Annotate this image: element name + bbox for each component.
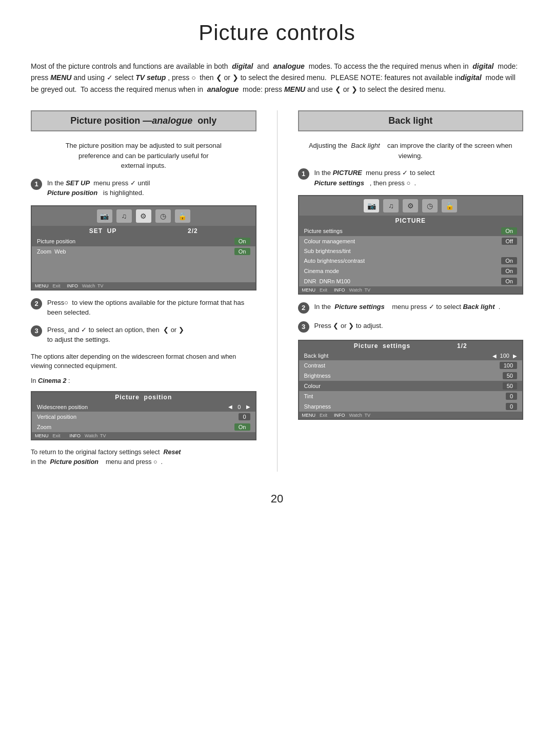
left-step-3: 3 Press‸ and ✓ to select an option, then… xyxy=(31,325,256,345)
row-label: Widescreen position xyxy=(37,404,88,410)
tv-icon-picture: 📷 xyxy=(97,209,112,223)
page-title: Picture controls xyxy=(31,21,523,45)
tv-icon-music-r: ♫ xyxy=(383,199,399,212)
right-screen1-row-2: Colour management Off xyxy=(299,236,523,246)
left-screen2-footer: MENU Exit INFO Watch TV xyxy=(32,432,255,439)
step-number-3-r: 3 xyxy=(298,321,309,333)
right-screen2-row-6: Sharpness 0 xyxy=(299,401,523,412)
right-arrow-r: ▶ xyxy=(513,353,517,359)
tv-icon-lock: 🔒 xyxy=(175,209,190,223)
tv-icon-setup-r: ⚙ xyxy=(403,199,418,212)
left-screen2-row-2: Vertical position 0 xyxy=(32,412,255,422)
row-label: Cinema mode xyxy=(304,268,339,274)
row-value: 50 xyxy=(503,382,517,390)
right-screen2-row-5: Tint 0 xyxy=(299,391,523,401)
row-label: Picture position xyxy=(37,238,75,244)
right-screen2-footer: MENU Exit INFO Watch TV xyxy=(299,412,523,419)
right-arrow: ▶ xyxy=(246,404,250,410)
right-section-header: Back light xyxy=(298,110,524,131)
right-screen1-row-1: Picture settings On xyxy=(299,226,523,236)
reset-note: To return to the original factory settin… xyxy=(31,448,256,467)
row-slider: ◀ 0 ▶ xyxy=(228,404,250,410)
row-label: DNR DNRn M100 xyxy=(304,278,350,284)
row-value: On xyxy=(501,227,517,235)
right-screen1-row-4: Auto brightness/contrast On xyxy=(299,256,523,266)
two-column-layout: Picture position —analogue only The pict… xyxy=(31,110,523,472)
row-label: Auto brightness/contrast xyxy=(304,258,365,264)
right-screen2-row-2: Contrast 100 xyxy=(299,360,523,371)
right-screen-2: Picture settings 1/2 Back light ◀ 100 ▶ … xyxy=(298,340,524,420)
row-label: Zoom xyxy=(37,424,51,430)
left-screen1-footer: MENU Exit INFO Watch TV xyxy=(32,282,255,289)
step-number-1-r: 1 xyxy=(298,168,309,180)
right-step-1: 1 In the PICTURE menu press ✓ to select … xyxy=(298,168,524,188)
tv-icon-clock: ◷ xyxy=(155,209,171,223)
step-number-3: 3 xyxy=(31,325,42,337)
row-value: On xyxy=(501,278,517,285)
right-screen1-title: PICTURE xyxy=(299,216,523,226)
row-label: Colour xyxy=(304,383,321,389)
row-value: 50 xyxy=(503,372,517,379)
intro-paragraph: Most of the picture controls and functio… xyxy=(31,61,523,95)
right-screen2-row-4: Colour 50 xyxy=(299,381,523,391)
right-screen2-title: Picture settings 1/2 xyxy=(299,341,523,351)
options-note: The options alter depending on the wides… xyxy=(31,352,256,372)
row-value: 0 xyxy=(506,393,517,400)
right-screen1-footer: MENU Exit INFO Watch TV xyxy=(299,286,523,294)
right-screen1-row-3: Sub brightness/tint xyxy=(299,246,523,256)
right-step-3-text: Press ❮ or ❯ to adjust. xyxy=(314,321,383,331)
right-screen2-row-3: Brightness 50 xyxy=(299,371,523,381)
left-column: Picture position —analogue only The pict… xyxy=(31,110,256,472)
row-label: Brightness xyxy=(304,373,331,379)
row-value: On xyxy=(234,238,250,245)
left-screen-2: Picture position Widescreen position ◀ 0… xyxy=(31,391,256,440)
step-number-1: 1 xyxy=(31,179,42,190)
right-screen-1: 📷 ♫ ⚙ ◷ 🔒 PICTURE Picture settings On Co… xyxy=(298,195,524,295)
right-step-3: 3 Press ❮ or ❯ to adjust. xyxy=(298,321,524,333)
tv-icon-setup: ⚙ xyxy=(136,209,151,223)
left-section-desc: The picture position may be adjusted to … xyxy=(31,141,256,171)
right-section-desc: Adjusting the Back light can improve the… xyxy=(298,141,524,161)
row-value: On xyxy=(501,267,517,275)
tv-icon-music: ♫ xyxy=(116,209,132,223)
tv-icon-picture-r: 📷 xyxy=(364,199,379,212)
right-screen1-row-6: DNR DNRn M100 On xyxy=(299,276,523,286)
row-label: Colour management xyxy=(304,238,355,244)
tv-icons-row-r: 📷 ♫ ⚙ ◷ 🔒 xyxy=(299,196,523,216)
left-screen1-title: SET UP 2/2 xyxy=(32,226,255,236)
row-value: Off xyxy=(502,238,517,245)
cinema2-label: In Cinema 2 : xyxy=(31,376,256,386)
right-screen1-row-5: Cinema mode On xyxy=(299,266,523,276)
left-step-1: 1 In the SET UP menu press ✓ until Pictu… xyxy=(31,178,256,198)
left-screen2-title: Picture position xyxy=(32,392,255,402)
left-screen1-row-2: Zoom Web On xyxy=(32,246,255,257)
step-number-2: 2 xyxy=(31,298,42,309)
left-section-header: Picture position —analogue only xyxy=(31,110,256,131)
row-slider: ◀ 100 ▶ xyxy=(492,353,517,359)
tv-icon-clock-r: ◷ xyxy=(422,199,438,212)
left-arrow: ◀ xyxy=(228,404,232,410)
row-label: Vertical position xyxy=(37,414,76,420)
left-screen1-row-1: Picture position On xyxy=(32,236,255,246)
row-label: Sharpness xyxy=(304,403,331,410)
column-divider xyxy=(277,110,278,472)
row-label: Picture settings xyxy=(304,228,343,234)
row-label: Tint xyxy=(304,393,313,399)
tv-icon-lock-r: 🔒 xyxy=(442,199,457,212)
row-value: 100 xyxy=(499,353,511,359)
left-step-1-text: In the SET UP menu press ✓ until Picture… xyxy=(47,178,150,198)
row-label: Back light xyxy=(304,353,329,359)
row-value: On xyxy=(234,248,250,255)
left-screen2-row-1: Widescreen position ◀ 0 ▶ xyxy=(32,402,255,412)
page-number: 20 xyxy=(31,492,523,506)
left-screen-1: 📷 ♫ ⚙ ◷ 🔒 SET UP 2/2 Picture position On… xyxy=(31,205,256,290)
row-label: Contrast xyxy=(304,362,326,369)
row-label: Sub brightness/tint xyxy=(304,248,351,254)
row-value: 0 xyxy=(234,404,244,410)
left-screen2-row-3: Zoom On xyxy=(32,422,255,432)
row-value: On xyxy=(501,257,517,264)
row-value: 0 xyxy=(239,413,250,420)
right-step-2: 2 In the Picture settings menu press ✓ t… xyxy=(298,302,524,314)
row-value: 100 xyxy=(500,362,517,369)
right-step-1-text: In the PICTURE menu press ✓ to select Pi… xyxy=(314,168,435,188)
